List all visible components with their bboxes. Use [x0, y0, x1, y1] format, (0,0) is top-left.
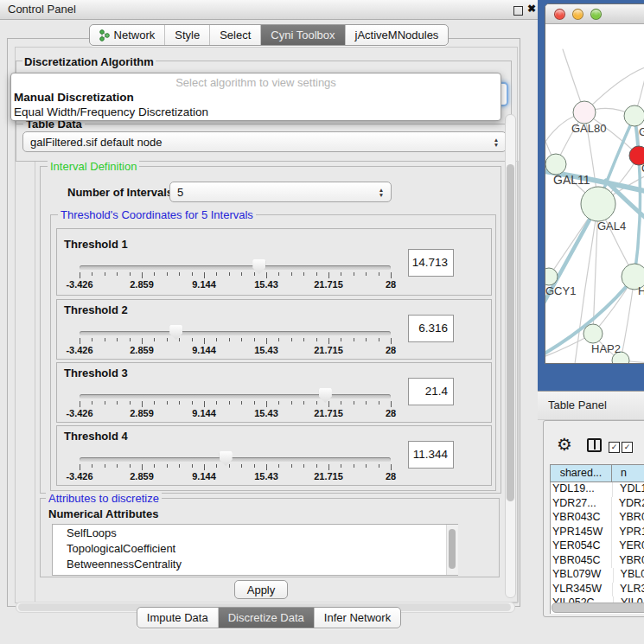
table-cell-shared-name[interactable]: YDR27...	[550, 497, 612, 512]
column-header-name[interactable]: n	[612, 464, 644, 482]
scrollbar-thumb[interactable]	[507, 164, 514, 501]
table-cell-name[interactable]: YPR1	[612, 526, 644, 540]
table-cell-name[interactable]: YDR2	[612, 497, 644, 512]
table-cell-name[interactable]: YLR3	[613, 583, 644, 597]
number-of-intervals-value: 5	[177, 186, 183, 199]
slider-tick	[105, 401, 105, 405]
tab-style[interactable]: Style	[165, 25, 210, 45]
network-node[interactable]	[581, 187, 615, 221]
scrollbar-thumb[interactable]	[552, 603, 644, 613]
table-row[interactable]: YPR145WYPR1	[550, 526, 644, 540]
table-row[interactable]: YDR27...YDR2	[550, 497, 644, 512]
select-all-rows-icon[interactable]: ✓	[622, 442, 633, 453]
threshold-slider-track[interactable]	[80, 331, 391, 335]
table-cell-name[interactable]: YDL1	[613, 482, 644, 497]
table-cell-shared-name[interactable]: YBR045C	[550, 554, 612, 569]
split-table-icon[interactable]	[587, 438, 602, 452]
top-tabs-segment: NetworkStyleSelectCyni ToolboxjActiveMNo…	[89, 24, 450, 46]
apply-button[interactable]: Apply	[234, 580, 288, 599]
attribute-list-item[interactable]: BetweennessCentrality	[53, 556, 457, 571]
algorithm-placeholder-option[interactable]: Select algorithm to view settings	[11, 75, 501, 90]
network-node[interactable]	[573, 101, 596, 124]
minimize-traffic-light[interactable]	[572, 9, 583, 20]
threshold-slider-thumb[interactable]	[220, 451, 233, 466]
number-of-intervals-select[interactable]: 5 ▲▼	[169, 182, 392, 202]
table-cell-shared-name[interactable]: YER054C	[550, 539, 612, 554]
tab-network[interactable]: Network	[90, 25, 166, 45]
threshold-slider-track[interactable]	[80, 265, 391, 270]
table-data-select[interactable]: galFiltered.sif default node ▲▼	[22, 131, 507, 152]
network-node[interactable]	[583, 324, 603, 343]
network-node[interactable]	[624, 105, 644, 126]
tab-infer-network[interactable]: Infer Network	[315, 608, 400, 628]
algorithm-option[interactable]: Equal Width/Frequency Discretization	[11, 105, 501, 119]
table-row[interactable]: YBR045CYBR0	[550, 554, 644, 569]
table-cell-shared-name[interactable]: YLR345W	[550, 583, 613, 597]
tab-jactivemnodules[interactable]: jActiveMNodules	[346, 25, 449, 45]
table-cell-shared-name[interactable]: YBR043C	[550, 511, 612, 526]
column-header-shared-name[interactable]: shared...	[550, 464, 612, 482]
tab-cyni-toolbox[interactable]: Cyni Toolbox	[261, 25, 345, 45]
screen: Control Panel ✖ NetworkStyleSelectCyni T…	[0, 0, 644, 644]
table-row[interactable]: YBL079WYBL0	[550, 568, 644, 583]
attribute-list-item[interactable]: TopologicalCoefficient	[53, 540, 457, 556]
table-cell-shared-name[interactable]: YDL19...	[550, 482, 613, 497]
tab-impute-data[interactable]: Impute Data	[137, 608, 219, 628]
algorithm-option[interactable]: Manual Discretization	[11, 90, 501, 105]
network-node[interactable]	[545, 154, 566, 175]
tab-label: Discretize Data	[228, 611, 304, 624]
table-cell-name[interactable]: YBL0	[614, 568, 644, 583]
table-cell-shared-name[interactable]: YPR145W	[550, 526, 612, 540]
zoom-traffic-light[interactable]	[590, 9, 602, 20]
close-traffic-light[interactable]	[554, 9, 565, 20]
scrollbar-thumb[interactable]	[449, 529, 456, 569]
network-graph[interactable]: GAL80GACGAL11GAL4GCY1HHAP2	[545, 23, 644, 363]
attribute-list-item[interactable]: SelfLoops	[53, 525, 457, 540]
slider-tick	[92, 401, 92, 405]
spinner-arrows-icon[interactable]: ▲▼	[487, 137, 506, 147]
threshold-value-field[interactable]: 14.713	[408, 249, 454, 277]
slider-tick	[130, 464, 131, 468]
tab-discretize-data[interactable]: Discretize Data	[219, 608, 315, 628]
table-row[interactable]: YBR043CYBR0	[550, 511, 644, 526]
slider-tick	[216, 401, 217, 405]
settings-gear-icon[interactable]: ⚙	[557, 436, 572, 453]
table-row[interactable]: YDL19...YDL1	[550, 482, 644, 497]
slider-tick	[303, 464, 304, 468]
network-node-label: H	[638, 284, 644, 297]
select-all-columns-icon[interactable]: ✓	[609, 442, 620, 453]
slider-tick	[154, 464, 155, 468]
slider-tick	[229, 338, 230, 341]
slider-tick	[266, 272, 267, 278]
threshold-value-field[interactable]: 11.344	[408, 441, 454, 469]
network-node-label: GA	[639, 125, 644, 138]
threshold-slider-track[interactable]	[80, 457, 391, 462]
table-cell-name[interactable]: YBR0	[612, 554, 644, 569]
settings-vertical-scrollbar[interactable]	[505, 114, 516, 598]
network-window-titlebar[interactable]	[545, 4, 644, 24]
slider-tick	[291, 464, 292, 468]
threshold-value-field[interactable]: 6.316	[408, 315, 454, 342]
slider-tick	[278, 338, 279, 341]
threshold-slider-thumb[interactable]	[169, 325, 182, 340]
slider-tick	[92, 272, 92, 276]
table-cell-shared-name[interactable]: YBL079W	[550, 568, 614, 583]
threshold-slider-track[interactable]	[80, 394, 391, 399]
table-horizontal-scrollbar[interactable]	[551, 602, 644, 612]
threshold-slider-thumb[interactable]	[319, 388, 332, 403]
network-canvas[interactable]: GAL80GACGAL11GAL4GCY1HHAP2	[545, 23, 644, 363]
close-icon[interactable]: ✖	[527, 3, 536, 15]
table-cell-name[interactable]: YER0	[612, 539, 644, 554]
threshold-value-field[interactable]: 21.4	[408, 378, 454, 405]
table-row[interactable]: YER054CYER0	[550, 539, 644, 554]
numerical-attributes-list[interactable]: SelfLoopsTopologicalCoefficientBetweenne…	[52, 524, 458, 576]
slider-tick	[204, 338, 205, 344]
tab-select[interactable]: Select	[210, 25, 261, 45]
float-window-icon[interactable]	[513, 6, 523, 16]
spinner-arrows-icon[interactable]: ▲▼	[372, 188, 391, 197]
slider-tick	[117, 401, 118, 405]
table-cell-name[interactable]: YBR0	[612, 511, 644, 526]
attributes-list-scrollbar[interactable]	[446, 525, 458, 575]
slider-tick	[229, 464, 230, 468]
table-row[interactable]: YLR345WYLR3	[550, 583, 644, 597]
